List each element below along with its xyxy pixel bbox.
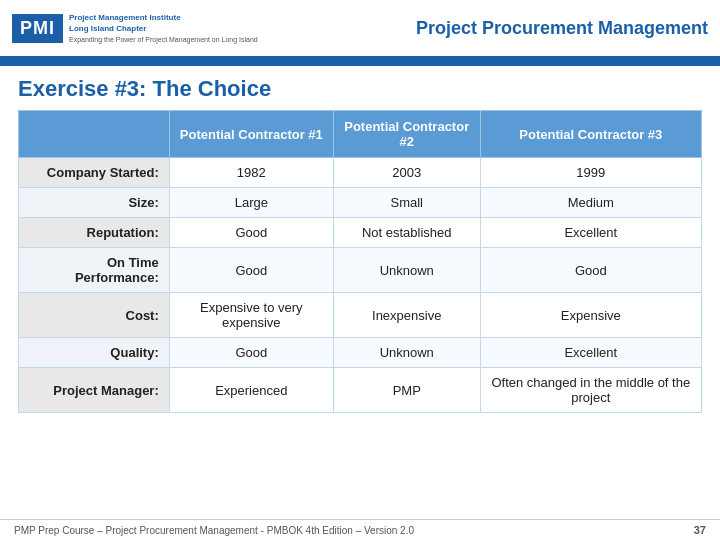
cell-row5-col3: Excellent: [480, 338, 701, 368]
comparison-table-wrap: Potential Contractor #1 Potential Contra…: [0, 110, 720, 413]
header-title: Project Procurement Management: [258, 18, 708, 39]
table-row: Company Started:198220031999: [19, 158, 702, 188]
cell-row3-col3: Good: [480, 248, 701, 293]
page-header: PMI Project Management Institute Long Is…: [0, 0, 720, 58]
cell-row0-col1: 1982: [169, 158, 333, 188]
page-title: Exercise #3: The Choice: [0, 66, 720, 110]
table-row: Reputation:GoodNot establishedExcellent: [19, 218, 702, 248]
row-label: Project Manager:: [19, 368, 170, 413]
table-row: Quality:GoodUnknownExcellent: [19, 338, 702, 368]
cell-row2-col2: Not established: [333, 218, 480, 248]
col-header-empty: [19, 111, 170, 158]
logo-institute-name: Project Management Institute Long Island…: [69, 13, 258, 34]
table-header-row: Potential Contractor #1 Potential Contra…: [19, 111, 702, 158]
cell-row0-col2: 2003: [333, 158, 480, 188]
cell-row1-col1: Large: [169, 188, 333, 218]
table-row: Project Manager:ExperiencedPMPOften chan…: [19, 368, 702, 413]
footer-text: PMP Prep Course – Project Procurement Ma…: [14, 525, 414, 536]
logo-subtitle: Expanding the Power of Project Managemen…: [69, 36, 258, 43]
row-label: Quality:: [19, 338, 170, 368]
row-label: Cost:: [19, 293, 170, 338]
row-label: Size:: [19, 188, 170, 218]
header-accent-bar: [0, 58, 720, 66]
cell-row2-col3: Excellent: [480, 218, 701, 248]
col-header-contractor1: Potential Contractor #1: [169, 111, 333, 158]
comparison-table: Potential Contractor #1 Potential Contra…: [18, 110, 702, 413]
cell-row6-col2: PMP: [333, 368, 480, 413]
footer-page-number: 37: [694, 524, 706, 536]
row-label: Company Started:: [19, 158, 170, 188]
page-footer: PMP Prep Course – Project Procurement Ma…: [0, 519, 720, 540]
cell-row6-col1: Experienced: [169, 368, 333, 413]
cell-row3-col1: Good: [169, 248, 333, 293]
cell-row6-col3: Often changed in the middle of the proje…: [480, 368, 701, 413]
cell-row5-col1: Good: [169, 338, 333, 368]
cell-row2-col1: Good: [169, 218, 333, 248]
row-label: On Time Performance:: [19, 248, 170, 293]
pmi-logo: PMI: [12, 14, 63, 43]
table-row: Cost:Expensive to very expensiveInexpens…: [19, 293, 702, 338]
cell-row1-col3: Medium: [480, 188, 701, 218]
cell-row4-col3: Expensive: [480, 293, 701, 338]
row-label: Reputation:: [19, 218, 170, 248]
logo-area: PMI Project Management Institute Long Is…: [12, 13, 258, 43]
cell-row4-col2: Inexpensive: [333, 293, 480, 338]
table-row: Size:LargeSmallMedium: [19, 188, 702, 218]
col-header-contractor3: Potential Contractor #3: [480, 111, 701, 158]
cell-row1-col2: Small: [333, 188, 480, 218]
cell-row3-col2: Unknown: [333, 248, 480, 293]
col-header-contractor2: Potential Contractor #2: [333, 111, 480, 158]
cell-row0-col3: 1999: [480, 158, 701, 188]
cell-row4-col1: Expensive to very expensive: [169, 293, 333, 338]
table-row: On Time Performance:GoodUnknownGood: [19, 248, 702, 293]
cell-row5-col2: Unknown: [333, 338, 480, 368]
